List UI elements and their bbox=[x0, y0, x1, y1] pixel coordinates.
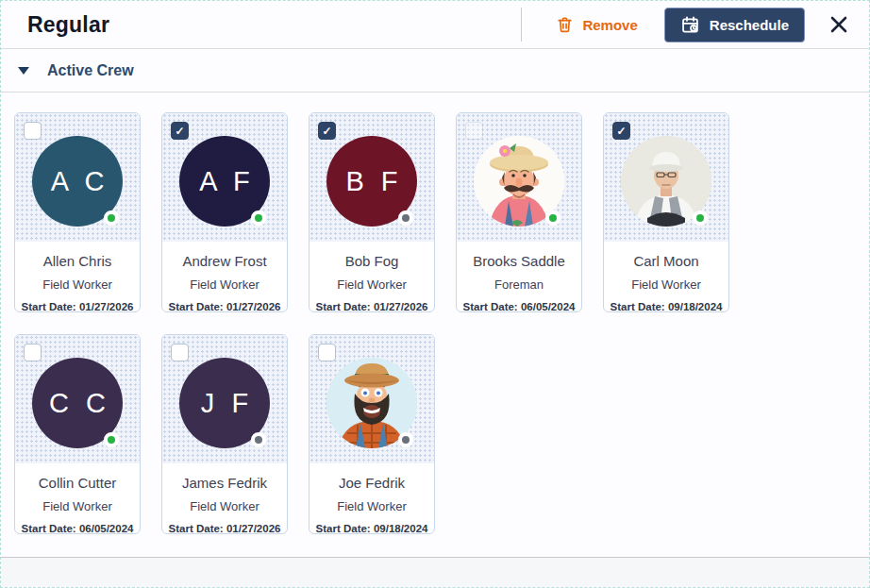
crew-start-date: Start Date: 01/27/2026 bbox=[166, 301, 283, 312]
avatar-zone bbox=[310, 335, 434, 463]
crew-checkbox[interactable] bbox=[171, 344, 189, 361]
crew-checkbox[interactable] bbox=[24, 344, 42, 361]
avatar-zone bbox=[457, 113, 581, 242]
crew-card[interactable]: J F James Fedrik Field Worker Start Date… bbox=[161, 334, 288, 534]
avatar: A F bbox=[179, 136, 270, 227]
crew-start-date: Start Date: 09/18/2024 bbox=[313, 523, 430, 534]
crew-role: Foreman bbox=[460, 277, 577, 292]
crew-role: Field Worker bbox=[19, 499, 136, 513]
crew-info: Collin Cutter Field Worker Start Date: 0… bbox=[15, 463, 140, 534]
avatar-zone: C C bbox=[15, 335, 140, 463]
close-icon bbox=[828, 13, 850, 36]
crew-role: Field Worker bbox=[313, 499, 430, 513]
crew-card[interactable]: ✓ Carl Moon Field Worker Start Date: 09/… bbox=[603, 112, 729, 312]
crew-name: Joe Fedrik bbox=[313, 475, 430, 491]
page-title: Regular bbox=[27, 12, 109, 38]
avatar-zone: ✓ bbox=[604, 113, 728, 242]
crew-info: Brooks Saddle Foreman Start Date: 06/05/… bbox=[457, 242, 581, 312]
crew-name: Andrew Frost bbox=[166, 253, 283, 269]
crew-start-date: Start Date: 01/27/2026 bbox=[166, 523, 283, 534]
crew-card[interactable]: A C Allen Chris Field Worker Start Date:… bbox=[14, 112, 141, 312]
header-divider bbox=[521, 8, 522, 42]
crew-info: Joe Fedrik Field Worker Start Date: 09/1… bbox=[310, 463, 434, 534]
status-dot bbox=[104, 210, 119, 226]
crew-name: Allen Chris bbox=[19, 253, 136, 269]
crew-role: Field Worker bbox=[313, 277, 430, 292]
crew-card[interactable]: ✓ A F Andrew Frost Field Worker Start Da… bbox=[161, 112, 288, 312]
crew-info: Bob Fog Field Worker Start Date: 01/27/2… bbox=[310, 242, 434, 312]
avatar: C C bbox=[32, 358, 123, 448]
reschedule-button[interactable]: Reschedule bbox=[664, 8, 805, 42]
crew-card[interactable]: Brooks Saddle Foreman Start Date: 06/05/… bbox=[456, 112, 582, 312]
avatar bbox=[474, 136, 564, 227]
status-dot bbox=[251, 432, 266, 447]
avatar-initials: A F bbox=[194, 166, 255, 197]
crew-panel: Regular Remove bbox=[0, 0, 870, 588]
reschedule-button-label: Reschedule bbox=[710, 17, 789, 33]
crew-checkbox[interactable]: ✓ bbox=[612, 122, 630, 140]
crew-card[interactable]: ✓ B F Bob Fog Field Worker Start Date: 0… bbox=[309, 112, 435, 312]
avatar-initials: C C bbox=[44, 388, 110, 419]
crew-name: Carl Moon bbox=[608, 253, 725, 269]
crew-name: Brooks Saddle bbox=[460, 253, 577, 269]
crew-card[interactable]: C C Collin Cutter Field Worker Start Dat… bbox=[14, 334, 141, 534]
crew-checkbox[interactable]: ✓ bbox=[318, 122, 336, 140]
crew-card[interactable]: Joe Fedrik Field Worker Start Date: 09/1… bbox=[309, 334, 435, 534]
header-actions: Remove Reschedule bbox=[521, 8, 854, 42]
crew-start-date: Start Date: 06/05/2024 bbox=[460, 301, 577, 312]
crew-start-date: Start Date: 06/05/2024 bbox=[19, 523, 136, 534]
status-dot bbox=[398, 210, 413, 226]
remove-button[interactable]: Remove bbox=[546, 9, 646, 40]
crew-info: Carl Moon Field Worker Start Date: 09/18… bbox=[604, 242, 728, 312]
avatar-zone: ✓ A F bbox=[162, 113, 287, 242]
avatar bbox=[621, 136, 711, 227]
avatar-zone: ✓ B F bbox=[310, 113, 434, 242]
crew-info: Andrew Frost Field Worker Start Date: 01… bbox=[162, 242, 287, 312]
crew-role: Field Worker bbox=[166, 277, 283, 292]
crew-info: James Fedrik Field Worker Start Date: 01… bbox=[162, 463, 287, 534]
crew-start-date: Start Date: 01/27/2026 bbox=[19, 301, 136, 312]
panel-header: Regular Remove bbox=[1, 1, 869, 49]
panel-footer bbox=[1, 557, 869, 587]
avatar: B F bbox=[326, 136, 417, 227]
crew-checkbox[interactable] bbox=[465, 122, 483, 140]
status-dot bbox=[104, 432, 119, 447]
crew-name: Bob Fog bbox=[313, 253, 430, 269]
trash-icon bbox=[556, 15, 574, 34]
crew-checkbox[interactable] bbox=[24, 122, 42, 140]
crew-role: Field Worker bbox=[166, 499, 283, 513]
avatar: J F bbox=[179, 358, 270, 448]
close-button[interactable] bbox=[824, 9, 854, 40]
avatar-zone: J F bbox=[162, 335, 287, 463]
avatar-zone: A C bbox=[15, 113, 140, 242]
calendar-clock-icon bbox=[680, 15, 700, 35]
crew-role: Field Worker bbox=[608, 277, 725, 292]
crew-info: Allen Chris Field Worker Start Date: 01/… bbox=[15, 242, 140, 312]
avatar-initials: J F bbox=[196, 388, 253, 419]
remove-button-label: Remove bbox=[582, 17, 637, 33]
active-crew-section-header: Active Crew bbox=[1, 49, 869, 92]
avatar: A C bbox=[32, 136, 123, 227]
crew-start-date: Start Date: 01/27/2026 bbox=[313, 301, 430, 312]
crew-checkbox[interactable]: ✓ bbox=[171, 122, 189, 140]
crew-role: Field Worker bbox=[19, 277, 136, 292]
status-dot bbox=[398, 432, 413, 447]
crew-grid: A C Allen Chris Field Worker Start Date:… bbox=[1, 92, 869, 557]
status-dot bbox=[693, 210, 708, 226]
crew-name: Collin Cutter bbox=[19, 475, 136, 491]
avatar-initials: B F bbox=[341, 166, 402, 197]
avatar-initials: A C bbox=[46, 166, 109, 197]
status-dot bbox=[545, 210, 560, 226]
avatar bbox=[326, 358, 417, 448]
chevron-down-icon[interactable] bbox=[13, 62, 34, 79]
crew-name: James Fedrik bbox=[166, 475, 283, 491]
crew-start-date: Start Date: 09/18/2024 bbox=[608, 301, 725, 312]
crew-checkbox[interactable] bbox=[318, 344, 336, 361]
section-title: Active Crew bbox=[47, 62, 134, 79]
status-dot bbox=[251, 210, 266, 226]
